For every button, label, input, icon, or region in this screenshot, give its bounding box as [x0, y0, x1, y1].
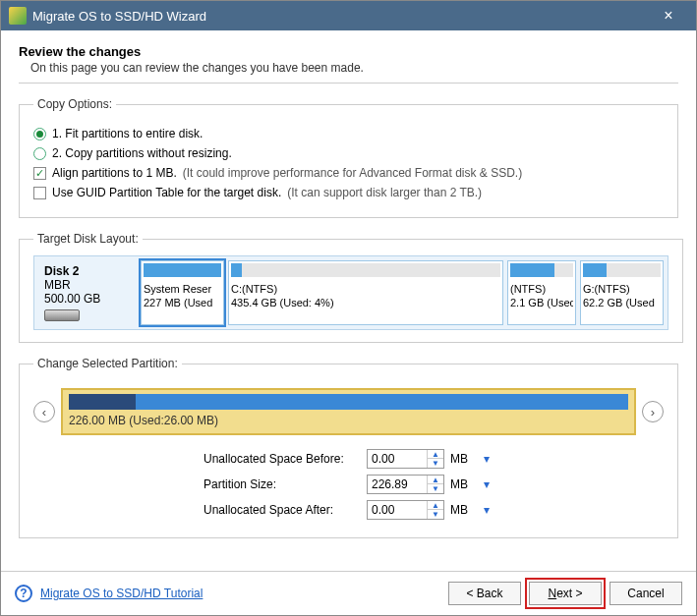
spin-up-icon[interactable]: ▲ — [428, 476, 443, 484]
next-button[interactable]: Next > — [529, 582, 602, 605]
target-disk-layout-group: Target Disk Layout: Disk 2 MBR 500.00 GB… — [19, 232, 683, 343]
space-before-label: Unallocated Space Before: — [203, 452, 361, 466]
partition-block[interactable]: System Reser227 MB (Used — [141, 260, 224, 325]
disk-info: Disk 2 MBR 500.00 GB — [38, 260, 137, 325]
unit-dropdown-icon[interactable]: ▾ — [480, 503, 494, 517]
partition-size-input[interactable]: ▲▼ — [367, 475, 444, 494]
space-before-input[interactable]: ▲▼ — [367, 449, 444, 469]
checkbox-align[interactable]: ✓ — [33, 167, 46, 180]
unit-dropdown-icon[interactable]: ▾ — [480, 452, 494, 466]
guid-hint: (It can support disk larger than 2 TB.) — [287, 186, 482, 199]
unit-dropdown-icon[interactable]: ▾ — [480, 477, 494, 491]
partition-slider[interactable]: 226.00 MB (Used:26.00 MB) — [61, 388, 636, 435]
radio-without-label[interactable]: 2. Copy partitions without resizing. — [52, 146, 232, 160]
unit-label: MB — [450, 503, 474, 517]
next-partition-button[interactable]: › — [642, 401, 664, 422]
change-partition-group: Change Selected Partition: ‹ 226.00 MB (… — [19, 357, 678, 538]
cancel-button[interactable]: Cancel — [610, 582, 682, 605]
back-button[interactable]: < Back — [448, 582, 521, 605]
hdd-icon — [44, 309, 80, 321]
disk-name: Disk 2 — [44, 264, 131, 278]
target-disk-legend: Target Disk Layout: — [33, 232, 143, 246]
space-after-label: Unallocated Space After: — [203, 503, 361, 517]
spin-down-icon[interactable]: ▼ — [428, 459, 443, 468]
page-subheading: On this page you can review the changes … — [30, 61, 678, 75]
align-label[interactable]: Align partitions to 1 MB. — [52, 166, 177, 180]
divider — [19, 83, 678, 84]
footer: ? Migrate OS to SSD/HD Tutorial < Back N… — [1, 571, 696, 615]
guid-label[interactable]: Use GUID Partition Table for the target … — [52, 186, 281, 199]
align-hint: (It could improve performance for Advanc… — [183, 166, 522, 180]
close-icon[interactable]: × — [649, 7, 688, 25]
window-title: Migrate OS to SSD/HD Wizard — [32, 9, 649, 24]
spin-down-icon[interactable]: ▼ — [428, 484, 443, 493]
prev-partition-button[interactable]: ‹ — [33, 401, 55, 422]
radio-fit-label[interactable]: 1. Fit partitions to entire disk. — [52, 127, 203, 140]
change-partition-legend: Change Selected Partition: — [33, 357, 182, 370]
unit-label: MB — [450, 477, 474, 491]
checkbox-guid[interactable] — [33, 187, 46, 199]
space-after-input[interactable]: ▲▼ — [367, 500, 444, 520]
spin-down-icon[interactable]: ▼ — [428, 510, 443, 519]
spin-up-icon[interactable]: ▲ — [428, 501, 443, 510]
spin-up-icon[interactable]: ▲ — [428, 450, 443, 459]
tutorial-link[interactable]: Migrate OS to SSD/HD Tutorial — [40, 587, 203, 600]
copy-options-group: Copy Options: 1. Fit partitions to entir… — [19, 97, 678, 218]
radio-without-resize[interactable] — [33, 147, 46, 160]
disk-type: MBR — [44, 278, 131, 292]
title-bar: Migrate OS to SSD/HD Wizard × — [1, 1, 696, 30]
partition-block[interactable]: C:(NTFS)435.4 GB (Used: 4%) — [228, 260, 503, 325]
partition-block[interactable]: G:(NTFS)62.2 GB (Used — [580, 260, 664, 325]
radio-fit-partitions[interactable] — [33, 128, 46, 140]
unit-label: MB — [450, 452, 474, 466]
help-icon[interactable]: ? — [15, 585, 32, 602]
copy-options-legend: Copy Options: — [33, 97, 116, 111]
disk-size: 500.00 GB — [44, 292, 131, 306]
partition-size-label: Partition Size: — [203, 477, 361, 491]
partition-block[interactable]: (NTFS)2.1 GB (Used: — [507, 260, 576, 325]
app-icon — [9, 7, 27, 25]
slider-text: 226.00 MB (Used:26.00 MB) — [69, 414, 628, 427]
page-heading: Review the changes — [19, 44, 678, 59]
